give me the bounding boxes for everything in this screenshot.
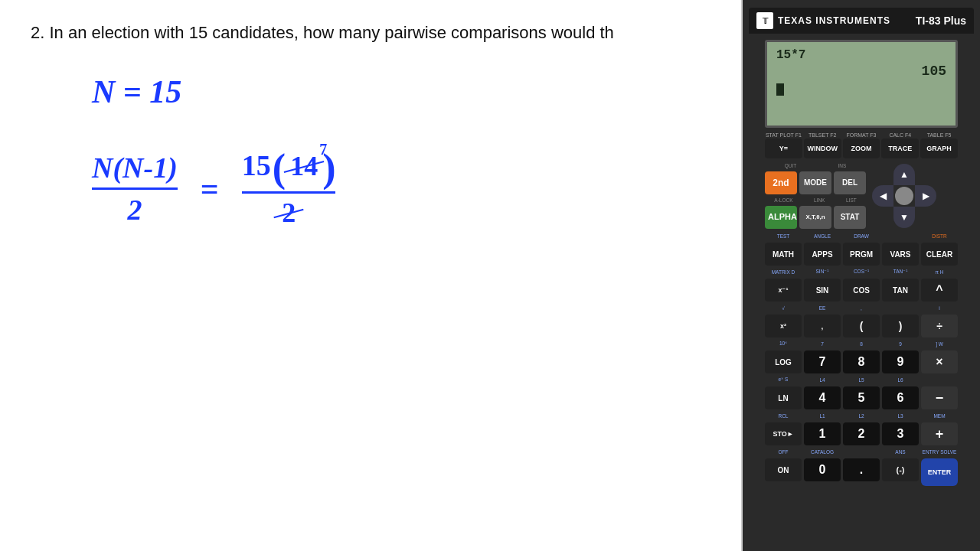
2-button[interactable]: 2 — [843, 422, 880, 445]
menu-buttons-row[interactable]: Y= WINDOW ZOOM TRACE GRAPH — [765, 139, 958, 158]
row-sto-labels: RCL L1 L2 L3 MEM — [765, 412, 958, 419]
neg-button[interactable]: (-) — [882, 458, 919, 481]
l6-label: L6 — [882, 376, 919, 383]
stat-button[interactable]: STAT — [834, 206, 866, 229]
3-button[interactable]: 3 — [882, 422, 919, 445]
distr-label: DISTR — [921, 232, 958, 240]
apps-button[interactable]: APPS — [804, 243, 841, 266]
10x-label: 10ˣ — [765, 340, 802, 347]
window-button[interactable]: WINDOW — [804, 139, 841, 158]
1-button[interactable]: 1 — [804, 422, 841, 445]
ln-row[interactable]: LN 4 5 6 − — [765, 386, 958, 409]
row-x2-labels: √ EE , i — [765, 304, 958, 311]
tan-button[interactable]: TAN — [882, 279, 919, 302]
div-button[interactable]: ÷ — [921, 315, 958, 337]
x2-button[interactable]: x² — [765, 315, 802, 337]
row-ln-labels: eˣ S L4 L5 L6 — [765, 376, 958, 383]
ln-button[interactable]: LN — [765, 386, 802, 409]
trace-button[interactable]: TRACE — [881, 139, 919, 158]
5-button[interactable]: 5 — [843, 386, 880, 409]
off-label: OFF — [765, 448, 802, 455]
dpad-left-button[interactable]: ◀ — [872, 185, 893, 207]
equals-sign: = — [201, 171, 219, 207]
sin-inv-label: SIN⁻¹ — [804, 268, 841, 276]
8-button[interactable]: 8 — [843, 350, 880, 373]
0-button[interactable]: 0 — [804, 458, 841, 481]
dpad-empty3 — [872, 207, 893, 228]
6-button[interactable]: 6 — [882, 386, 919, 409]
4-button[interactable]: 4 — [804, 386, 841, 409]
sto-button[interactable]: STO► — [765, 422, 802, 445]
ans-label: ANS — [882, 448, 919, 455]
xton-button[interactable]: X,T,θ,n — [799, 206, 831, 229]
minus-button[interactable]: − — [921, 386, 958, 409]
cos-inv-label: COS⁻¹ — [843, 268, 880, 276]
formula-container: N(N-1) 2 = 15 ( 7 14 ) 2 — [92, 148, 710, 229]
quit-ins-labels: QUIT INS — [765, 163, 866, 168]
math-row[interactable]: MATH APPS PRGM VARS CLEAR — [765, 243, 958, 266]
vars-button[interactable]: VARS — [882, 243, 919, 266]
prgm-button[interactable]: PRGM — [843, 243, 880, 266]
log-button[interactable]: LOG — [765, 350, 802, 373]
dpad-empty1 — [872, 164, 893, 185]
on-button[interactable]: ON — [765, 458, 802, 481]
plus-button[interactable]: + — [921, 422, 958, 445]
alock-label: A-LOCK — [774, 197, 792, 203]
dpad-down-button[interactable]: ▼ — [893, 207, 915, 228]
7-button[interactable]: 7 — [804, 350, 841, 373]
comma-button[interactable]: , — [804, 315, 841, 337]
ti-model: TI-83 Plus — [916, 15, 966, 27]
empty-label4 — [843, 448, 880, 455]
ex-label: eˣ S — [765, 376, 802, 383]
dpad-center-button[interactable] — [895, 187, 913, 205]
strikethrough-14: 14 — [287, 151, 321, 181]
calculator-panel: 𝕋 TEXAS INSTRUMENTS TI-83 Plus 15*7 105 … — [743, 0, 980, 551]
func-label-f4: CALC F4 — [881, 132, 919, 138]
list-label: LIST — [846, 197, 857, 203]
on-row[interactable]: ON 0 . (-) ENTER — [765, 458, 958, 486]
dpad-up-button[interactable]: ▲ — [893, 164, 915, 185]
sin-button[interactable]: SIN — [804, 279, 841, 302]
dpad-right-button[interactable]: ▶ — [915, 185, 936, 207]
l4-label: L4 — [804, 376, 841, 383]
l3-label: L3 — [882, 412, 919, 419]
rbracket-label: ] W — [921, 340, 958, 347]
9-button[interactable]: 9 — [882, 350, 919, 373]
row-math-labels: TEST ANGLE DRAW DISTR — [765, 232, 958, 240]
row-sin-labels: MATRIX D SIN⁻¹ COS⁻¹ TAN⁻¹ π H — [765, 268, 958, 276]
mode-button[interactable]: MODE — [799, 171, 831, 194]
alpha-button[interactable]: ALPHA — [765, 206, 797, 229]
right-fraction: 15 ( 7 14 ) 2 — [242, 148, 336, 229]
alpha-row[interactable]: ALPHA X,T,θ,n STAT — [765, 206, 866, 229]
graph-button[interactable]: GRAPH — [920, 139, 958, 158]
log-row[interactable]: LOG 7 8 9 × — [765, 350, 958, 373]
zoom-button[interactable]: ZOOM — [843, 139, 880, 158]
x2-row[interactable]: x² , ( ) ÷ — [765, 315, 958, 337]
dpad-empty2 — [915, 164, 936, 185]
2nd-button[interactable]: 2nd — [765, 171, 797, 194]
sto-row[interactable]: STO► 1 2 3 + — [765, 422, 958, 445]
func-label-f2: TBLSET F2 — [804, 132, 841, 138]
ee-label: EE — [804, 304, 841, 311]
rcl-label: RCL — [765, 412, 802, 419]
angle-label: ANGLE — [804, 232, 841, 240]
calc-rows: TEST ANGLE DRAW DISTR MATH APPS PRGM VAR… — [765, 232, 958, 486]
del-button[interactable]: DEL — [834, 171, 866, 194]
left-fraction: N(N-1) 2 — [92, 151, 178, 227]
empty-label3 — [921, 376, 958, 383]
sin-row[interactable]: x⁻¹ SIN COS TAN ^ — [765, 279, 958, 302]
rparen-button[interactable]: ) — [882, 315, 919, 337]
enter-button[interactable]: ENTER — [921, 458, 958, 486]
dot-button[interactable]: . — [843, 458, 880, 481]
n-equals: N = 15 — [92, 73, 710, 110]
caret-button[interactable]: ^ — [921, 279, 958, 302]
clear-button[interactable]: CLEAR — [921, 243, 958, 266]
math-button[interactable]: MATH — [765, 243, 802, 266]
y-equals-button[interactable]: Y= — [765, 139, 802, 158]
mul-button[interactable]: × — [921, 350, 958, 373]
xinv-button[interactable]: x⁻¹ — [765, 279, 802, 302]
lparen-button[interactable]: ( — [843, 315, 880, 337]
top-ctrl-row[interactable]: 2nd MODE DEL — [765, 171, 866, 194]
paren-left: ( — [273, 148, 286, 188]
cos-button[interactable]: COS — [843, 279, 880, 302]
